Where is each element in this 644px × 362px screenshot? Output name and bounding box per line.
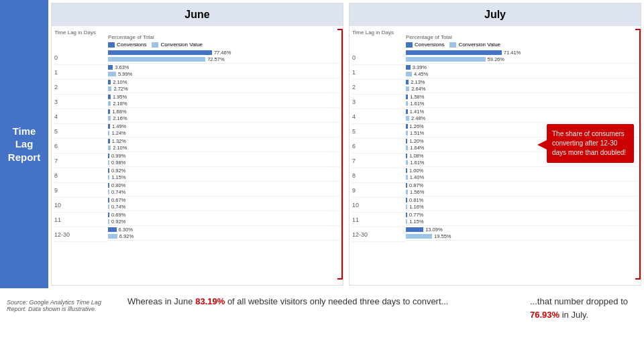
conv-bar-label: 1.00%: [409, 168, 423, 174]
val-bar-item: 4.45%: [406, 71, 638, 77]
bar-row: 0.81%1.16%: [406, 196, 638, 211]
day-label-row: 1: [352, 65, 406, 80]
july-tooltip: The share of consumers converting after …: [547, 124, 634, 163]
conv-bar-item: 0.80%: [108, 182, 340, 188]
val-bar: [406, 116, 409, 121]
july-legend-conv-box: [406, 42, 413, 48]
val-bar-item: 5.99%: [108, 71, 340, 77]
bottom-right-text: ...that number dropped to 76.93% in July…: [530, 292, 637, 321]
june-chart-header-text: Percentage of Total: [108, 34, 154, 40]
day-label-row: 12-30: [352, 227, 406, 242]
day-label-row: 6: [54, 139, 108, 154]
bar-row: 1.32%2.10%: [108, 137, 340, 152]
conv-bar-label: 3.63%: [115, 64, 129, 70]
val-bar-item: 6.92%: [108, 233, 340, 239]
val-bar: [108, 86, 111, 91]
val-bar-item: 59.26%: [406, 56, 638, 62]
june-bars: 77.46%72.57%3.63%5.99%2.10%2.72%1.95%2.1…: [108, 49, 340, 241]
val-bar-label: 4.45%: [414, 71, 428, 77]
june-title: June: [184, 9, 209, 20]
june-chart-content: Time Lag in Days 0123456789101112-30 Per…: [52, 26, 343, 285]
june-legend-conv-box: [108, 42, 115, 48]
val-bar-label: 1.61%: [410, 160, 424, 166]
conv-bar-item: 2.13%: [406, 79, 638, 85]
val-bar-label: 2.16%: [113, 115, 127, 121]
right-after: in July.: [559, 310, 588, 320]
right-before: ...that number dropped to: [530, 296, 628, 306]
bottom-center-text: Whereas in June 83.19% of all website vi…: [127, 292, 517, 308]
val-bar-item: 1.40%: [406, 174, 638, 180]
conv-bar-label: 0.69%: [111, 212, 125, 218]
july-bars-header: Percentage of Total Conversions Conversi…: [406, 29, 638, 48]
june-chart-header: June: [52, 3, 343, 26]
conv-bar-label: 1.32%: [112, 138, 126, 144]
conv-bar-label: 0.99%: [111, 153, 125, 159]
val-bar: [406, 219, 407, 224]
day-label-row: 0: [352, 50, 406, 65]
june-label-col-header: Time Lag in Days: [54, 29, 108, 48]
val-bar: [406, 86, 409, 91]
val-bar-item: 2.72%: [108, 86, 340, 92]
july-label-col-header: Time Lag in Days: [352, 29, 406, 48]
bar-row: 1.49%1.24%: [108, 123, 340, 137]
conv-bar-item: 0.87%: [406, 182, 638, 188]
conv-bar: [406, 198, 407, 202]
val-bar: [108, 160, 109, 165]
bar-row: 77.46%72.57%: [108, 49, 340, 64]
day-label-row: 2: [54, 80, 108, 95]
conv-bar: [406, 109, 408, 114]
conv-bar-item: 3.63%: [108, 64, 340, 70]
bar-row: 13.09%19.55%: [406, 226, 638, 241]
conv-bar-item: 2.10%: [108, 79, 340, 85]
conv-bar-label: 0.77%: [409, 212, 423, 218]
conv-bar: [108, 139, 110, 143]
conv-bar: [108, 154, 109, 158]
val-bar: [406, 204, 407, 209]
conv-bar-label: 1.26%: [410, 123, 424, 129]
bar-row: 71.41%59.26%: [406, 49, 638, 64]
bar-row: 1.58%1.61%: [406, 93, 638, 108]
val-bar-item: 72.57%: [108, 56, 340, 62]
val-bar: [108, 190, 109, 194]
conv-bar-item: 0.69%: [108, 212, 340, 218]
val-bar-label: 1.61%: [410, 101, 424, 107]
day-label-row: 5: [352, 124, 406, 139]
bar-row: 6.30%6.92%: [108, 226, 340, 241]
bar-row: 0.69%0.92%: [108, 211, 340, 226]
conv-bar: [108, 65, 113, 70]
val-bar: [406, 101, 408, 106]
conv-bar-label: 0.81%: [409, 197, 423, 203]
val-bar-item: 0.92%: [108, 219, 340, 225]
conv-bar-label: 0.92%: [111, 168, 125, 174]
day-label-row: 8: [352, 168, 406, 183]
conv-bar-item: 71.41%: [406, 50, 638, 56]
conv-bar-item: 1.41%: [406, 109, 638, 115]
val-bar: [108, 175, 109, 180]
june-labels: 0123456789101112-30: [54, 50, 108, 242]
june-legend-val-label: Conversion Value: [160, 42, 203, 48]
tooltip-arrow: [537, 140, 547, 149]
center-highlight: 83.19%: [195, 296, 225, 306]
bar-row: 0.77%1.15%: [406, 211, 638, 226]
val-bar: [406, 190, 408, 194]
val-bar-label: 72.57%: [207, 56, 224, 62]
conv-bar: [108, 124, 110, 129]
val-bar-label: 5.99%: [118, 71, 132, 77]
val-bar-item: 1.61%: [406, 101, 638, 107]
july-legend-val-label: Conversion Value: [458, 42, 500, 48]
conv-bar: [108, 168, 109, 173]
val-bar-label: 1.40%: [410, 174, 424, 180]
val-bar-label: 1.16%: [409, 204, 423, 210]
day-label-row: 11: [54, 213, 108, 227]
val-bar: [108, 131, 109, 135]
val-bar-item: 1.24%: [108, 130, 340, 136]
july-legend-val-box: [449, 42, 456, 48]
val-bar-item: 1.16%: [406, 204, 638, 210]
val-bar-label: 1.24%: [111, 130, 125, 136]
val-bar: [406, 72, 412, 76]
day-label-row: 7: [352, 154, 406, 168]
conv-bar-item: 3.39%: [406, 64, 638, 70]
val-bar-item: 0.74%: [108, 189, 340, 195]
val-bar-item: 2.10%: [108, 145, 340, 151]
conv-bar: [406, 168, 407, 173]
